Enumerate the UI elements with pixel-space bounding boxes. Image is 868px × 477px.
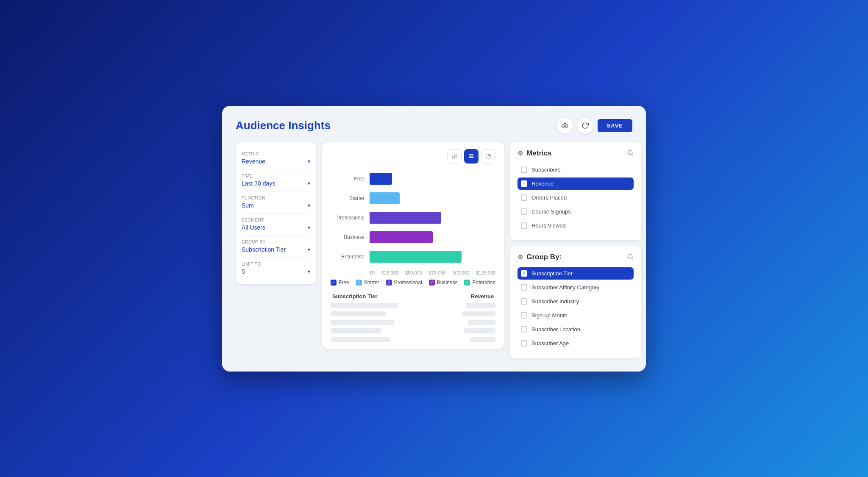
legend-item: ✓ Enterprise xyxy=(464,280,495,286)
metrics-list-item[interactable]: Course Signups xyxy=(517,205,634,218)
groupby-panel: ⚙ Group By: ✓ Subscription Tier Subscrib… xyxy=(510,246,641,358)
page-title: Audience Insights xyxy=(236,119,557,132)
metrics-search-button[interactable] xyxy=(627,150,634,157)
bar-label: Business xyxy=(331,234,364,240)
bar-row: Professional xyxy=(331,212,495,224)
legend-color: ✓ xyxy=(464,280,470,286)
chart-legend: ✓ Free ✓ Starter ✓ Professional ✓ Busine… xyxy=(331,280,495,286)
limitto-filter: Limit to 5 ▾ xyxy=(242,258,310,279)
metrics-item-label: Revenue xyxy=(531,180,554,187)
metrics-list-item[interactable]: Orders Placed xyxy=(517,191,634,204)
limitto-label: Limit to xyxy=(242,262,310,266)
legend-label: Enterprise xyxy=(472,280,495,286)
bar-row: Free xyxy=(331,173,495,185)
x-axis-tick: $125,000 xyxy=(476,270,495,275)
time-value: Last 30 days xyxy=(242,180,275,187)
groupby-list-item[interactable]: Subscriber Industry xyxy=(517,295,634,308)
bar-track xyxy=(370,212,495,224)
limitto-select[interactable]: 5 ▾ xyxy=(242,268,310,275)
refresh-icon-button[interactable] xyxy=(577,118,593,134)
time-select[interactable]: Last 30 days ▾ xyxy=(242,180,310,187)
table-row xyxy=(331,311,495,316)
metrics-list-item[interactable]: Hours Viewed xyxy=(517,219,634,232)
x-axis-tick: $75,000 xyxy=(429,270,446,275)
legend-label: Starter xyxy=(364,280,379,286)
limitto-value: 5 xyxy=(242,268,245,275)
view-icon-button[interactable] xyxy=(557,118,573,134)
svg-line-11 xyxy=(632,258,633,259)
groupby-list-item[interactable]: Subscriber Affinity Category xyxy=(517,281,634,294)
segment-select[interactable]: All Users ▾ xyxy=(242,224,310,231)
table-col-revenue: Revenue xyxy=(471,293,494,300)
metric-filter: Metric Revenue ▾ xyxy=(242,147,310,169)
legend-label: Business xyxy=(437,280,458,286)
legend-item: ✓ Starter xyxy=(356,280,379,286)
svg-rect-2 xyxy=(454,155,455,158)
check-icon: ✓ xyxy=(523,181,526,186)
checkbox xyxy=(521,222,527,229)
function-select[interactable]: Sum ▾ xyxy=(242,202,310,209)
groupby-item-label: Subscription Tier xyxy=(531,270,573,277)
metrics-list: Subscribers ✓ Revenue Orders Placed Cour… xyxy=(517,164,634,232)
legend-item: ✓ Business xyxy=(429,280,458,286)
groupby-list: ✓ Subscription Tier Subscriber Affinity … xyxy=(517,267,634,349)
legend-item: ✓ Professional xyxy=(386,280,422,286)
bar-fill xyxy=(370,212,441,224)
svg-rect-1 xyxy=(452,156,453,158)
groupby-value: Subscription Tier xyxy=(242,246,286,253)
checkbox xyxy=(521,340,527,347)
metric-select[interactable]: Revenue ▾ xyxy=(242,158,310,165)
groupby-list-item[interactable]: Sign-up Month xyxy=(517,309,634,322)
bar-label: Free xyxy=(331,176,364,182)
checkbox xyxy=(521,298,527,305)
bar-track xyxy=(370,192,495,204)
chevron-down-icon: ▾ xyxy=(308,269,310,275)
bar-fill xyxy=(370,231,433,243)
table-row xyxy=(331,337,495,342)
list-chart-button[interactable] xyxy=(464,149,479,164)
groupby-list-item[interactable]: Subscriber Age xyxy=(517,337,634,349)
metrics-list-item[interactable]: Subscribers xyxy=(517,164,634,176)
segment-label: Segment xyxy=(242,218,310,222)
legend-label: Free xyxy=(339,280,349,286)
bar-chart-button[interactable] xyxy=(447,149,462,164)
metrics-panel: ⚙ Metrics Subscribers ✓ Revenue Orders P… xyxy=(510,142,641,240)
bar-chart: Free Starter Professional Business Enter… xyxy=(331,169,495,263)
groupby-item-label: Subscriber Location xyxy=(531,326,580,333)
metrics-item-label: Orders Placed xyxy=(531,194,567,201)
x-axis-tick: $25,000 xyxy=(381,270,398,275)
bar-fill xyxy=(370,192,400,204)
pie-chart-button[interactable] xyxy=(481,149,495,164)
skeleton-cell xyxy=(464,328,495,333)
save-button[interactable]: SAVE xyxy=(598,119,632,132)
skeleton-cell xyxy=(331,337,390,342)
bar-row: Business xyxy=(331,231,495,243)
gear-icon: ⚙ xyxy=(517,253,523,261)
filters-panel: Metric Revenue ▾ Time Last 30 days ▾ Fun… xyxy=(236,142,316,284)
checkbox: ✓ xyxy=(521,270,527,277)
bar-label: Enterprise xyxy=(331,254,364,260)
gear-icon: ⚙ xyxy=(517,150,523,157)
skeleton-cell xyxy=(462,311,495,316)
time-label: Time xyxy=(242,174,310,178)
check-icon: ✓ xyxy=(523,271,526,275)
skeleton-cell xyxy=(331,303,398,308)
groupby-search-button[interactable] xyxy=(627,253,634,261)
metrics-list-item[interactable]: ✓ Revenue xyxy=(517,177,634,190)
legend-color: ✓ xyxy=(331,280,337,286)
groupby-title: Group By: xyxy=(526,253,562,261)
bar-row: Starter xyxy=(331,192,495,204)
checkbox: ✓ xyxy=(521,180,527,187)
skeleton-cell xyxy=(331,311,386,316)
groupby-list-item[interactable]: Subscriber Location xyxy=(517,323,634,336)
metrics-item-label: Course Signups xyxy=(531,208,571,215)
checkbox xyxy=(521,326,527,333)
groupby-select[interactable]: Subscription Tier ▾ xyxy=(242,246,310,253)
bar-label: Professional xyxy=(331,215,364,221)
x-axis: $0$25,000$50,000$75,000100,000$125,000 xyxy=(370,270,495,275)
function-label: Function xyxy=(242,196,310,200)
svg-rect-3 xyxy=(456,154,456,158)
groupby-list-item[interactable]: ✓ Subscription Tier xyxy=(517,267,634,280)
skeleton-cell xyxy=(331,328,381,333)
segment-filter: Segment All Users ▾ xyxy=(242,214,310,236)
